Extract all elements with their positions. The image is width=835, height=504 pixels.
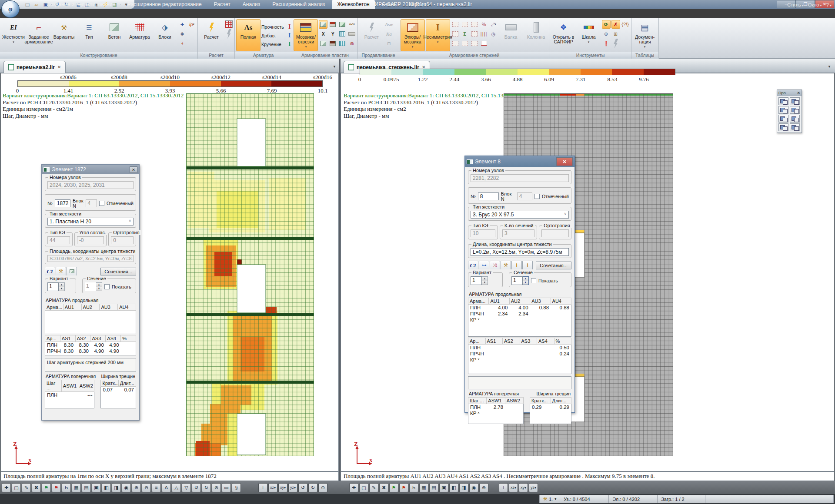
half-right-icon[interactable]: ◨ — [112, 483, 121, 492]
ribbon-button-расчет[interactable]: Расчет — [199, 19, 224, 51]
half-left-icon[interactable]: ◧ — [449, 483, 458, 492]
slab-icon[interactable] — [347, 30, 356, 38]
menu-Окно[interactable]: Окно — [808, 2, 822, 7]
combinations-button[interactable]: Сочетания... — [100, 268, 136, 275]
ribbon-item--[interactable]: Прочность — [261, 23, 291, 31]
arm-option-icon[interactable] — [451, 39, 460, 48]
marked-checkbox[interactable] — [534, 194, 540, 199]
flag-green-icon[interactable]: ⚑ — [389, 483, 398, 492]
ribbon-tab-создание-и-редактирование[interactable]: Создание и редактирование — [41, 0, 120, 9]
orbit-cw-icon[interactable]: ↻ — [308, 483, 317, 492]
arm-option-icon[interactable] — [470, 39, 479, 48]
ip-icon[interactable]: ▾ — [187, 20, 196, 29]
ribbon-button-мозаика-отрезки[interactable]: Мозаика/ отрезки▾ — [294, 19, 318, 51]
punch-icon[interactable] — [384, 39, 393, 48]
app-logo-icon[interactable]: φ — [1, 0, 20, 18]
marked-checkbox[interactable] — [99, 201, 104, 206]
bars-icon[interactable] — [480, 30, 488, 38]
window-icon[interactable]: ▭ — [222, 483, 231, 492]
bolt-gray-icon[interactable] — [611, 39, 620, 48]
variant-spinner[interactable]: 1 — [471, 276, 482, 285]
slope-icon[interactable]: ▾ — [489, 20, 498, 29]
ribbon-button-арматура[interactable]: Арматура — [127, 19, 152, 51]
ribbon-button-эпюры-мозаика[interactable]: Эпюры/ мозаика▾ — [401, 19, 425, 51]
stiffness-select[interactable]: 1. Пластина Н 20∨ — [47, 218, 134, 225]
ribbon-button-колонна[interactable]: Колонна — [524, 19, 548, 51]
bolt-grid-icon[interactable] — [224, 30, 233, 38]
ribbon-button-открыть-в-сапфир[interactable]: Открыть в САПФИР — [551, 19, 576, 51]
view-xz-icon[interactable]: xz▾ — [509, 483, 518, 492]
ribbon-button-варианты[interactable]: Варианты — [52, 19, 76, 51]
menu-Стиль[interactable]: Стиль — [787, 2, 804, 7]
asw-table[interactable]: Шаг ...ASW1ASW2ПЛН2.78КР ˣ — [468, 397, 524, 424]
ribbon-button-бетон[interactable]: Бетон — [102, 19, 127, 51]
arm-option-icon[interactable] — [461, 39, 469, 48]
arm-option-icon[interactable] — [451, 20, 460, 29]
cell-icon[interactable]: ▣ — [439, 483, 448, 492]
ribbon-button-шкала[interactable]: Шкала▾ — [577, 19, 601, 51]
axis-x-button[interactable]: X — [319, 30, 327, 38]
ribbon-button-несимметрия[interactable]: Несимметрия▾ — [426, 19, 450, 51]
rows-icon[interactable]: ▤ — [82, 483, 91, 492]
elements-count[interactable]: Эл.: 0 / 4202 — [609, 495, 658, 503]
add-rod-icon[interactable] — [178, 20, 187, 29]
half-left-icon[interactable]: ◧ — [102, 483, 111, 492]
variant-spinner[interactable]: 1 — [47, 282, 59, 291]
crossed-icon[interactable]: ⊗ — [212, 483, 221, 492]
element-dialog-right[interactable]: Элемент 8 ✕ Номера узлов 2281, 2282 № 8 … — [464, 156, 575, 413]
cube-teal-icon[interactable] — [338, 39, 347, 48]
cube-green-icon[interactable] — [338, 20, 347, 29]
erase-icon[interactable]: ✖ — [32, 483, 41, 492]
poly-down-icon[interactable]: ▽ — [182, 483, 191, 492]
zoom-sync-icon[interactable] — [602, 30, 611, 38]
perpendicular-view-icon[interactable]: ⊥ — [258, 483, 267, 492]
asw-table[interactable]: Шаг ...ASW1ASW2ПЛН--- — [45, 380, 94, 408]
palette-close-icon[interactable]: ✕ — [797, 91, 800, 95]
ribbon-button-балка[interactable]: Балка — [499, 19, 523, 51]
ribbon-tab-железобетон[interactable]: Железобетон — [332, 0, 374, 9]
proj-view-7-button[interactable] — [778, 123, 788, 131]
select-frame-icon[interactable]: ▢ — [359, 483, 368, 492]
orbit-ccw-icon[interactable]: ↺ — [298, 483, 307, 492]
flag-red-icon[interactable]: ⚑ — [399, 483, 408, 492]
tab-close-icon[interactable]: ✕ — [57, 65, 61, 70]
axis-y-button[interactable]: Y — [328, 30, 337, 38]
target-icon[interactable]: ◉ — [122, 483, 131, 492]
active-variant-dropdown[interactable]: 1.▾ — [540, 495, 560, 503]
tab-cube-icon[interactable] — [67, 267, 77, 275]
tab-list-dropdown-icon[interactable]: ▼ — [826, 64, 832, 70]
view-xy-icon[interactable]: xy▾ — [278, 483, 287, 492]
cube-stripe-icon[interactable] — [338, 30, 347, 38]
arm-option-icon[interactable] — [451, 30, 460, 38]
show-checkbox[interactable] — [104, 284, 110, 289]
proj-view-4-button[interactable] — [790, 106, 800, 114]
arm-option-icon[interactable] — [461, 20, 469, 29]
stiffness-select[interactable]: 3. Брус 20 Х 97.5∨ — [471, 211, 569, 219]
nodes-count[interactable]: Уз.: 0 / 4504 — [560, 495, 609, 503]
dialog-title-bar[interactable]: Элемент 8 ✕ — [465, 156, 574, 167]
zoom-out-icon[interactable]: ⊖ — [142, 483, 151, 492]
menu-?[interactable]: ? — [826, 2, 832, 7]
show-checkbox[interactable] — [531, 278, 536, 283]
ka-icon[interactable] — [384, 30, 393, 38]
view-yz-icon[interactable]: yz▾ — [529, 483, 538, 492]
tab-c1[interactable]: С1 — [45, 267, 55, 275]
add-icon[interactable]: ✚ — [2, 483, 11, 492]
grid-icon[interactable]: ▦ — [72, 483, 81, 492]
duration-icon[interactable] — [489, 30, 498, 38]
proj-view-6-button[interactable] — [790, 115, 800, 123]
flag-green-icon[interactable]: ⚑ — [42, 483, 51, 492]
proj-view-5-button[interactable] — [778, 115, 788, 123]
proj-view-8-button[interactable] — [790, 123, 800, 131]
ribbon-tab-расширенное-редактирование[interactable]: Расширенное редактирование — [122, 0, 207, 9]
poly-icon[interactable]: △ — [172, 483, 181, 492]
ribbon-button-блоки[interactable]: Блоки — [153, 19, 177, 51]
grid-calc-icon[interactable] — [224, 20, 233, 29]
open-icon[interactable]: ▱ — [33, 1, 40, 8]
ribbon-tab-анализ[interactable]: Анализ — [237, 0, 266, 9]
combinations-button[interactable]: Сочетания... — [536, 262, 571, 269]
cell-icon[interactable]: ▣ — [92, 483, 101, 492]
element-number-field[interactable]: 8 — [478, 192, 499, 200]
check-warning-icon[interactable] — [602, 39, 611, 48]
rotate-ccw-icon[interactable]: ↺ — [192, 483, 201, 492]
